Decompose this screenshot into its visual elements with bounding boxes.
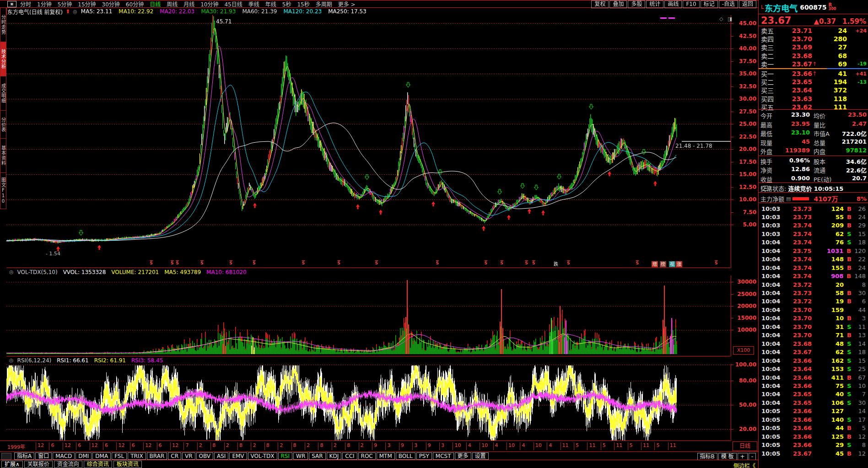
indicator-tab-DMI[interactable]: DMI (75, 452, 92, 460)
period-corner-badge[interactable]: 日线 (733, 441, 757, 451)
indicator-right-指标B[interactable]: 指标B (697, 453, 717, 460)
order-book-row[interactable]: 买一23.66↑41+41 (759, 70, 868, 78)
indicator-tab-ASI[interactable]: ASI (214, 452, 228, 460)
indicator-tab-更多[interactable]: 更多 (455, 452, 471, 460)
indicator-tab-窗口[interactable]: 窗口 (35, 452, 52, 460)
indicator-tab-PSY[interactable]: PSY (416, 452, 432, 460)
order-book-row[interactable]: 卖二23.6868 (759, 52, 868, 60)
menu-item-30分钟[interactable]: 30分钟 (102, 0, 120, 8)
kline-chart[interactable] (6, 15, 731, 268)
menu-item-45日线[interactable]: 45日线 (224, 0, 242, 8)
menu-item-10分钟[interactable]: 10分钟 (200, 0, 218, 8)
badge-涨[interactable]: 涨 (676, 261, 682, 267)
indicator-tab-FSL[interactable]: FSL (112, 452, 127, 460)
sidebar-tab-技术分析[interactable]: 技术分析 (0, 42, 6, 76)
volume-chart[interactable] (6, 275, 731, 356)
menu-item-分时[interactable]: 分时 (20, 0, 31, 8)
indicator-tab-ROC[interactable]: ROC (358, 452, 376, 460)
order-book-row[interactable]: 卖三23.6927 (759, 43, 868, 51)
indicator-tab-指标A[interactable]: 指标A (14, 452, 34, 460)
indicator-tab-OBV[interactable]: OBV (196, 452, 214, 460)
badge-视[interactable]: 视 (669, 261, 675, 267)
indicator-tab-WR[interactable]: WR (293, 452, 308, 460)
rsi-pane-header[interactable]: ◎ RSI(6,12,24)RSI1: 66.61RSI2: 61.91RSI3… (6, 356, 731, 364)
menu-item-日线[interactable]: 日线 (150, 0, 161, 8)
order-book-row[interactable]: 卖一23.67↑69-19 (759, 60, 868, 68)
bottom-tab-板块资讯[interactable]: 板块资讯 (113, 461, 142, 468)
toolbar-button-复权[interactable]: 复权 (591, 0, 609, 8)
collapse-icon[interactable]: ◎ (9, 357, 14, 363)
indicator-lead-box[interactable] (1, 453, 11, 460)
toolbar-button-F10[interactable]: F10 (683, 0, 699, 8)
indicator-tab-KDJ[interactable]: KDJ (327, 452, 342, 460)
vol-pane-header[interactable]: ◎ VOL-TDX(5,10)VVOL: 1353328VOLUME: 2172… (6, 268, 731, 276)
indicator-right--[interactable]: - (749, 453, 756, 460)
sidebar-tab-分价表[interactable]: 分价表 (0, 111, 6, 139)
indicator-tab-SAR[interactable]: SAR (309, 452, 325, 460)
indicator-tab-MCST[interactable]: MCST (433, 452, 454, 460)
toolbar-button-叠加[interactable]: 叠加 (609, 0, 627, 8)
indicator-tab-CCI[interactable]: CCI (342, 452, 357, 460)
order-book-row[interactable]: 买三23.64372 (759, 86, 868, 94)
indicator-tab-VR[interactable]: VR (182, 452, 195, 460)
split-panel-icon[interactable]: ◨ (728, 16, 732, 22)
indicator-tab-RSI[interactable]: RSI (278, 452, 293, 460)
order-book-row[interactable]: 买五23.62111 (759, 103, 868, 111)
indicator-tab-MTM[interactable]: MTM (377, 452, 395, 460)
order-book-row[interactable]: 买四23.63118 (759, 95, 868, 103)
sidebar-toggle[interactable]: 侧边栏《 (733, 462, 755, 468)
order-book-row[interactable]: 卖四23.70280 (759, 35, 868, 43)
toolbar-button-多股[interactable]: 多股 (628, 0, 645, 8)
menu-item-年线[interactable]: 年线 (265, 0, 276, 8)
symbol-header[interactable]: L 东方电气 600875 R 300 (761, 2, 836, 14)
order-book-row[interactable]: 卖五23.7124+24 (759, 27, 868, 35)
bottom-tab-扩展∧[interactable]: 扩展∧ (1, 461, 23, 468)
toolbar-button-标记[interactable]: 标记 (701, 0, 718, 8)
order-book-row[interactable]: 买二23.65194-13 (759, 78, 868, 86)
toolbar-button--自选[interactable]: -自选 (719, 0, 738, 8)
date-axis[interactable]: 1999年 1261261261261261272828282828282939… (0, 441, 731, 452)
toolbar-button-统计[interactable]: 统计 (646, 0, 663, 8)
bottom-tab-关联报价[interactable]: 关联报价 (24, 461, 53, 468)
menu-item-季线[interactable]: 季线 (248, 0, 259, 8)
menu-item-15分钟[interactable]: 15分钟 (78, 0, 96, 8)
indicator-tab-VOL-TDX[interactable]: VOL-TDX (248, 452, 277, 460)
toolbar-button-画线[interactable]: 画线 (664, 0, 682, 8)
menu-item-60分钟[interactable]: 60分钟 (126, 0, 144, 8)
indicator-tab-BOLL[interactable]: BOLL (396, 452, 415, 460)
indicator-tab-BRAR[interactable]: BRAR (147, 452, 167, 460)
indicator-tab-TRIX[interactable]: TRIX (128, 452, 146, 460)
badge-增[interactable]: 增 (652, 261, 658, 267)
toolbar-button-返回[interactable]: 返回 (739, 0, 756, 8)
sidebar-tab-图文F10[interactable]: 图文F10 (0, 173, 6, 209)
bottom-tab-资金流向[interactable]: 资金流向 (54, 461, 82, 468)
badge-榜[interactable]: 榜 (660, 261, 666, 267)
sidebar-tab-分时走势[interactable]: 分时走势 (0, 8, 6, 42)
indicator-right-模 板[interactable]: 模 板 (718, 453, 737, 460)
diamond-icon[interactable]: ◇ (719, 16, 723, 22)
indicator-tab-设置[interactable]: 设置 (472, 452, 489, 460)
menu-item-更多 >[interactable]: 更多 > (338, 0, 356, 8)
menu-item-5分钟[interactable]: 5分钟 (58, 0, 72, 8)
indicator-right-+[interactable]: + (738, 453, 748, 460)
menu-item-月线[interactable]: 月线 (183, 0, 194, 8)
collapse-icon[interactable]: ◎ (9, 269, 14, 275)
bottom-tab-综合资讯[interactable]: 综合资讯 (84, 461, 112, 468)
indicator-tab-EMV[interactable]: EMV (229, 452, 247, 460)
collapse-icon[interactable]: ◎ (73, 9, 77, 15)
rsi-chart[interactable] (6, 364, 731, 441)
menu-item-5秒[interactable]: 5秒 (282, 0, 291, 8)
indicator-tab-CR[interactable]: CR (168, 452, 181, 460)
main-flow-row[interactable]: 主力净额 ▤ 4107万 8% (760, 194, 867, 203)
badge-跌[interactable]: 跌 (553, 261, 559, 267)
menu-item-周线[interactable]: 周线 (167, 0, 178, 8)
doc-icon[interactable]: ▤ (786, 196, 791, 202)
indicator-tab-DMA[interactable]: DMA (92, 452, 111, 460)
menu-item-15秒[interactable]: 15秒 (297, 0, 309, 8)
indicator-tab-MACD[interactable]: MACD (53, 452, 75, 460)
sidebar-tab-成交明细[interactable]: 成交明细 (0, 76, 6, 111)
sidebar-tab-基本资料[interactable]: 基本资料 (0, 139, 6, 173)
menu-item-多周期[interactable]: 多周期 (316, 0, 332, 8)
menu-item-1分钟[interactable]: 1分钟 (37, 0, 52, 8)
window-icon[interactable]: ▣ (7, 1, 16, 7)
